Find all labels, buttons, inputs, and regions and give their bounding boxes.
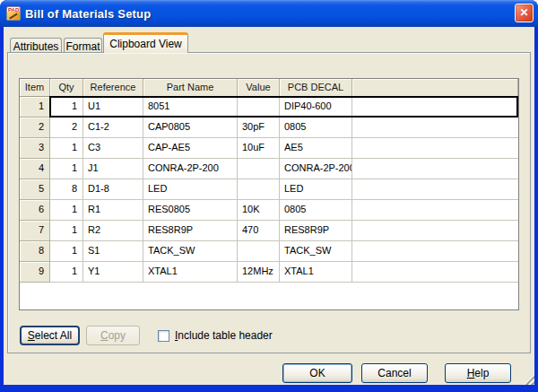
tab-format[interactable]: Format bbox=[64, 38, 102, 52]
copy-button[interactable]: Copy bbox=[86, 326, 140, 345]
resize-grip[interactable] bbox=[524, 374, 534, 385]
window-title: Bill of Materials Setup bbox=[25, 7, 151, 21]
titlebar[interactable]: PADS Bill of Materials Setup ✕ bbox=[0, 0, 538, 27]
include-table-header-option[interactable]: Include table header bbox=[158, 326, 273, 345]
table-row[interactable]: 5 8 D1-8 LED LED bbox=[20, 179, 518, 200]
table-row[interactable]: 8 1 S1 TACK_SW TACK_SW bbox=[20, 241, 518, 262]
column-header-value: Value bbox=[238, 79, 280, 96]
table-row[interactable]: 1 1 U1 8051 DIP40-600 bbox=[20, 97, 518, 118]
clipboard-view-panel: Item Qty Reference Part Name Value PCB D… bbox=[7, 52, 531, 353]
dialog-body: Attributes Format Clipboard View Item Qt… bbox=[4, 27, 534, 385]
table-row[interactable]: 9 1 Y1 XTAL1 12MHz XTAL1 bbox=[20, 262, 518, 283]
cancel-button[interactable]: Cancel bbox=[361, 363, 428, 383]
table-row[interactable]: 2 2 C1-2 CAP0805 30pF 0805 bbox=[20, 118, 518, 138]
table-row[interactable]: 3 1 C3 CAP-AE5 10uF AE5 bbox=[20, 138, 518, 159]
table-row[interactable]: 7 1 R2 RES8R9P 470 RES8R9P bbox=[20, 221, 518, 241]
column-header-filler bbox=[352, 79, 518, 96]
pads-app-icon: PADS bbox=[6, 6, 21, 21]
bom-table[interactable]: Item Qty Reference Part Name Value PCB D… bbox=[19, 78, 519, 310]
tab-clipboard-view[interactable]: Clipboard View bbox=[103, 32, 188, 53]
select-all-button[interactable]: Select All bbox=[20, 326, 80, 345]
bom-setup-dialog: PADS Bill of Materials Setup ✕ Attribute… bbox=[0, 0, 538, 392]
ok-button[interactable]: OK bbox=[282, 363, 352, 383]
include-table-header-checkbox[interactable] bbox=[158, 330, 169, 342]
table-row[interactable]: 4 1 J1 CONRA-2P-200 CONRA-2P-200 bbox=[20, 159, 518, 179]
table-row[interactable]: 6 1 R1 RES0805 10K 0805 bbox=[20, 200, 518, 221]
close-icon[interactable]: ✕ bbox=[515, 4, 534, 22]
column-header-item: Item bbox=[20, 79, 50, 96]
table-header-row: Item Qty Reference Part Name Value PCB D… bbox=[20, 79, 518, 97]
help-button[interactable]: Help bbox=[445, 363, 511, 383]
tab-attributes[interactable]: Attributes bbox=[10, 38, 62, 52]
column-header-pcb-decal: PCB DECAL bbox=[280, 79, 352, 96]
column-header-part-name: Part Name bbox=[143, 79, 238, 96]
include-table-header-label: Include table header bbox=[175, 329, 273, 342]
pads-icon-text: PADS bbox=[8, 7, 21, 13]
column-header-reference: Reference bbox=[83, 79, 143, 96]
column-header-qty: Qty bbox=[50, 79, 83, 96]
